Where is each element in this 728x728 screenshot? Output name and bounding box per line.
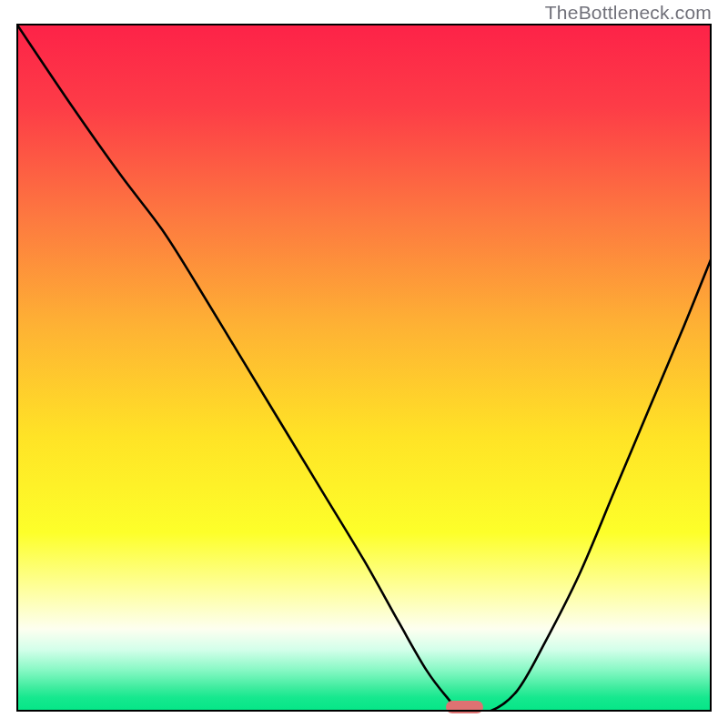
watermark-text: TheBottleneck.com <box>545 2 712 24</box>
optimal-marker <box>446 701 483 713</box>
bottleneck-curve <box>16 24 712 712</box>
chart-container: TheBottleneck.com <box>0 0 728 728</box>
